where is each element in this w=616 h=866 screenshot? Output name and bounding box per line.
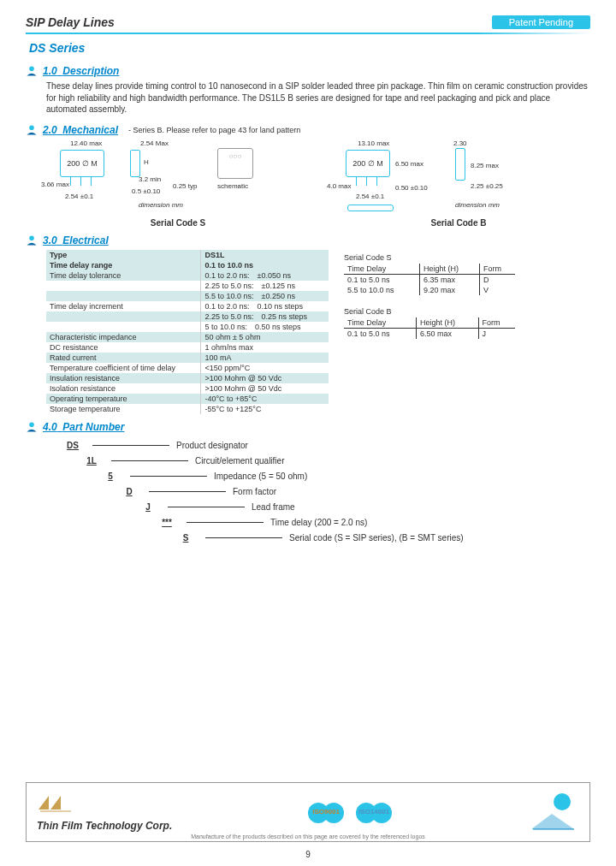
pn-code: DS (60, 441, 86, 450)
dim-width-s: 12.40 max (70, 139, 102, 147)
pn-connector (205, 537, 282, 538)
part-number-row: 1LCircuit/element qualifier (60, 454, 590, 469)
pn-connector (92, 445, 169, 446)
param-cell (46, 311, 201, 322)
param-cell: DC resistance (46, 342, 201, 353)
pn-code: 5 (98, 472, 123, 481)
serial-cell: 9.20 max (419, 285, 479, 295)
pn-connector (111, 460, 188, 461)
logo-icon (37, 792, 74, 818)
pn-label: Serial code (S = SIP series), (B = SMT s… (289, 533, 464, 543)
dim-pinsp-s: 0.5 ±0.10 (132, 187, 160, 195)
svg-point-3 (29, 422, 34, 427)
bottom-view-b (347, 205, 394, 211)
section-2-header: 2.0 Mechanical - Series B. Please refer … (26, 124, 590, 136)
value-cell: 50 ohm ± 5 ohm (201, 332, 329, 342)
bullet-icon (26, 124, 38, 136)
part-number-row: DForm factor (60, 484, 590, 500)
param-cell: Temperature coefficient of time delay (46, 363, 201, 373)
part-number-row: JLead frame (60, 500, 590, 515)
value-cell: 2.25 to 5.0 ns: 0.25 ns steps (201, 311, 329, 322)
serial-cell: 5.5 to 10.0 ns (344, 285, 419, 295)
value-cell: -40°C to +85°C (201, 394, 329, 404)
cert-badges: ISO9001 ISO14001 (308, 794, 392, 830)
dim-h-b: 6.50 max (395, 160, 424, 168)
section-4-title: 4.0 Part Number (43, 421, 124, 433)
dim-left-b: 4.0 max (327, 182, 351, 190)
section-2-subtitle: - Series B. Please refer to page 43 for … (128, 126, 300, 134)
svg-point-8 (554, 793, 571, 810)
serial-cell: D (480, 274, 515, 285)
dim-pitch-b: 2.54 ±0.1 (356, 193, 384, 200)
serial-cell: 6.35 max (419, 274, 479, 285)
value-cell: 5.5 to 10.0 ns: ±0.250 ns (201, 291, 329, 301)
param-cell (46, 281, 201, 291)
value-cell: 1 ohm/ns max (201, 342, 329, 353)
svg-point-2 (29, 235, 34, 240)
value-cell: 100 mA (201, 353, 329, 363)
pn-connector (187, 522, 264, 523)
value-cell: <150 ppm/°C (201, 363, 329, 373)
param-cell: Characteristic impedance (46, 332, 201, 342)
value-cell: >100 Mohm @ 50 Vdc (201, 383, 329, 394)
value-cell: 2.25 to 5.0 ns: ±0.125 ns (201, 281, 329, 291)
iso9001-badge: ISO9001 (308, 794, 344, 830)
description-text: These delay lines provide timing control… (46, 80, 590, 116)
section-3-header: 3.0 Electrical (26, 234, 590, 246)
part-number-row: 5Impedance (5 = 50 ohm) (60, 469, 590, 484)
electrical-table: TypeDS1L Time delay range0.1 to 10.0 nsT… (46, 250, 329, 414)
dim-left-s: 3.66 max (41, 181, 69, 188)
serial-b-table: Time Delay Height (H) Form 0.1 to 5.0 ns… (344, 317, 515, 339)
serial-cell: 6.50 max (416, 328, 478, 339)
pn-code: D (116, 487, 142, 496)
param-cell: Time delay increment (46, 301, 201, 311)
param-cell: Operating temperature (46, 394, 201, 404)
series-title: DS Series (29, 41, 590, 55)
value-cell: >100 Mohm @ 50 Vdc (201, 373, 329, 383)
section-1-title: 1.0 Description (43, 65, 119, 77)
param-cell (46, 322, 201, 332)
serial-cell: 0.1 to 5.0 ns (344, 274, 419, 285)
dim-mm-s: dimension mm (139, 201, 183, 209)
pn-code: *** (154, 518, 180, 527)
col-val: DS1L (201, 250, 329, 260)
pn-code: S (173, 533, 198, 543)
schematic-icon: ○○○ (217, 148, 253, 179)
param-cell: Rated current (46, 353, 201, 363)
pn-label: Impedance (5 = 50 ohm) (214, 472, 307, 481)
dim-width-b: 13.10 max (358, 139, 389, 147)
pn-code: J (135, 502, 161, 512)
svg-point-0 (29, 66, 34, 71)
svg-point-1 (29, 125, 34, 130)
dim-thick-s: 2.54 Max (140, 139, 169, 147)
page: SIP Delay Lines Patent Pending DS Series… (0, 0, 616, 866)
serial-s-table: Time Delay Height (H) Form 0.1 to 5.0 ns… (344, 264, 515, 295)
iso14001-badge: ISO14001 (356, 794, 392, 830)
mechanical-drawings: 12.40 max 200 ∅ M 3.66 max 2.54 ±0.1 2.5… (46, 139, 590, 228)
footer-box: Thin Film Technology Corp. ISO9001 ISO14… (26, 782, 590, 842)
dim-mm-b: dimension mm (455, 201, 500, 209)
header-rule (26, 33, 590, 34)
section-2-title: 2.0 Mechanical (43, 124, 118, 136)
dim-pinh-s: 3.2 min (139, 175, 161, 183)
mechanical-serial-s: 12.40 max 200 ∅ M 3.66 max 2.54 ±0.1 2.5… (46, 139, 310, 228)
bullet-icon (26, 421, 38, 433)
side-view-b (455, 148, 465, 181)
chip-b: 200 ∅ M (346, 150, 390, 177)
company-logo: Thin Film Technology Corp. (37, 792, 172, 832)
param-cell: Time delay range (46, 260, 201, 270)
header-bar: SIP Delay Lines Patent Pending (26, 15, 590, 29)
section-3-title: 3.0 Electrical (43, 234, 109, 246)
value-cell: 0.1 to 2.0 ns: 0.10 ns steps (201, 301, 329, 311)
col-type: Type (46, 250, 201, 260)
dim-sidew-b: 2.30 (453, 139, 467, 147)
patent-badge: Patent Pending (492, 15, 590, 29)
pn-connector (130, 476, 207, 477)
param-cell: Insulation resistance (46, 373, 201, 383)
pn-connector (168, 507, 245, 507)
chip-s: 200 ∅ M (60, 150, 104, 177)
value-cell: 0.1 to 10.0 ns (201, 260, 329, 270)
pn-label: Product designator (176, 441, 248, 450)
serial-s-title: Serial Code S (344, 253, 515, 262)
serial-code-b-label: Serial Code B (327, 218, 590, 228)
